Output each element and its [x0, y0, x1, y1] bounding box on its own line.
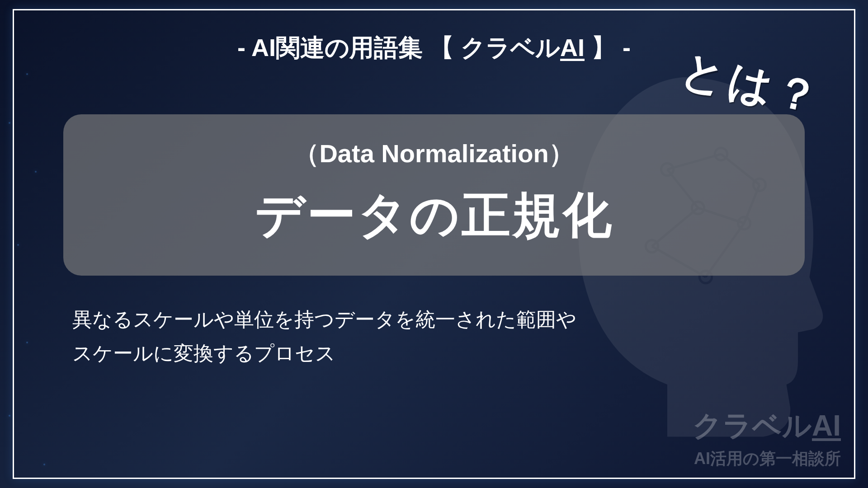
header-ai: AI: [560, 34, 585, 61]
description-line-2: スケールに変換するプロセス: [72, 337, 814, 371]
english-term: （Data Normalization）: [90, 137, 778, 171]
japanese-term: データの正規化: [90, 183, 778, 249]
slide-content: - AI関連の用語集 【 クラベルAI 】 - とは？ （Data Normal…: [0, 0, 868, 488]
header-prefix: - AI関連の用語集 【 クラベル: [237, 34, 560, 61]
description: 異なるスケールや単位を持つデータを統一された範囲や スケールに変換するプロセス: [72, 303, 814, 371]
term-box: とは？ （Data Normalization） データの正規化: [63, 114, 805, 276]
header-suffix: 】 -: [585, 34, 631, 61]
description-line-1: 異なるスケールや単位を持つデータを統一された範囲や: [72, 303, 814, 337]
